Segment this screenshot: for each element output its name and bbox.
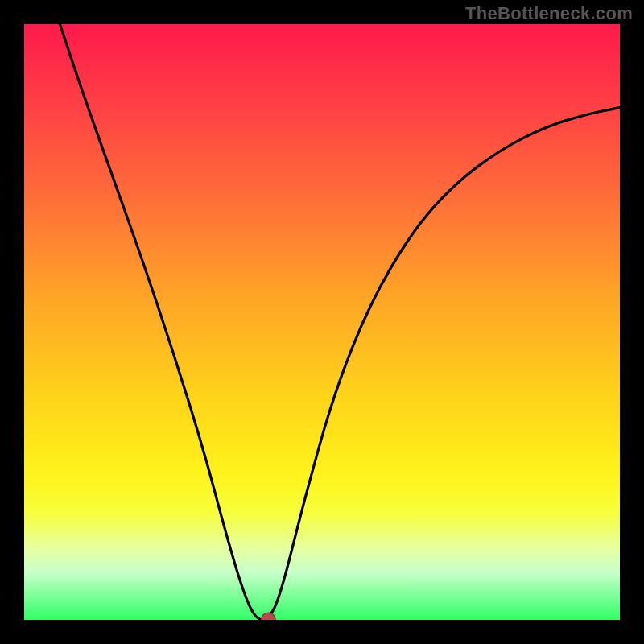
chart-frame: TheBottleneck.com: [0, 0, 644, 644]
bottleneck-curve: [60, 24, 620, 620]
curve-layer: [24, 24, 620, 620]
watermark-text: TheBottleneck.com: [465, 3, 633, 24]
minimum-marker: [262, 613, 276, 620]
